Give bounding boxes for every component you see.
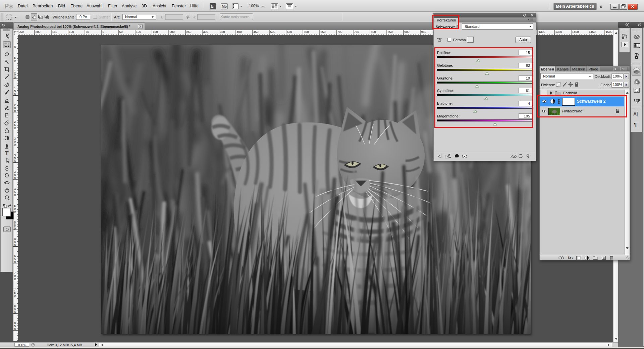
svg-text:T: T bbox=[5, 150, 9, 156]
svg-text:300: 300 bbox=[203, 30, 208, 34]
svg-text:0: 0 bbox=[14, 126, 16, 130]
svg-text:0: 0 bbox=[14, 227, 16, 230]
svg-text:750: 750 bbox=[354, 30, 359, 34]
svg-text:0: 0 bbox=[14, 311, 16, 314]
svg-text:0: 0 bbox=[14, 143, 16, 146]
svg-text:0: 0 bbox=[14, 59, 16, 62]
svg-text:50: 50 bbox=[119, 30, 123, 34]
svg-text:450: 450 bbox=[254, 30, 259, 34]
svg-text:0: 0 bbox=[14, 76, 16, 79]
svg-text:950: 950 bbox=[421, 30, 426, 34]
svg-text:0: 0 bbox=[14, 260, 16, 264]
svg-text:1300: 1300 bbox=[539, 30, 545, 34]
svg-text:350: 350 bbox=[220, 30, 225, 34]
svg-text:550: 550 bbox=[287, 30, 292, 34]
svg-text:0: 0 bbox=[14, 46, 16, 49]
svg-text:1450: 1450 bbox=[589, 30, 596, 34]
svg-text:250: 250 bbox=[19, 30, 24, 34]
svg-text:150: 150 bbox=[153, 30, 158, 34]
svg-text:0: 0 bbox=[14, 210, 16, 213]
svg-text:0: 0 bbox=[14, 160, 16, 163]
svg-text:0: 0 bbox=[103, 30, 104, 34]
svg-text:700: 700 bbox=[337, 30, 342, 34]
svg-text:250: 250 bbox=[186, 30, 192, 34]
svg-text:800: 800 bbox=[371, 30, 376, 34]
svg-text:0: 0 bbox=[14, 294, 16, 297]
svg-text:0: 0 bbox=[14, 244, 16, 247]
svg-text:0: 0 bbox=[14, 328, 16, 331]
svg-text:1350: 1350 bbox=[555, 30, 562, 34]
svg-text:400: 400 bbox=[237, 30, 242, 34]
svg-text:0: 0 bbox=[14, 193, 16, 197]
svg-text:0: 0 bbox=[14, 93, 16, 96]
svg-text:0: 0 bbox=[14, 109, 16, 113]
svg-text:850: 850 bbox=[388, 30, 393, 34]
svg-text:100: 100 bbox=[136, 30, 141, 34]
svg-text:900: 900 bbox=[405, 30, 410, 34]
svg-text:200: 200 bbox=[170, 30, 175, 34]
svg-text:500: 500 bbox=[270, 30, 275, 34]
svg-text:650: 650 bbox=[321, 30, 326, 34]
svg-text:0: 0 bbox=[14, 177, 16, 180]
svg-text:1500: 1500 bbox=[606, 30, 612, 34]
svg-text:100: 100 bbox=[69, 30, 74, 34]
svg-text:50: 50 bbox=[86, 30, 89, 34]
svg-text:0: 0 bbox=[14, 277, 16, 281]
svg-text:600: 600 bbox=[304, 30, 309, 34]
svg-text:200: 200 bbox=[36, 30, 41, 34]
svg-text:150: 150 bbox=[52, 30, 57, 34]
svg-text:1400: 1400 bbox=[572, 30, 579, 34]
